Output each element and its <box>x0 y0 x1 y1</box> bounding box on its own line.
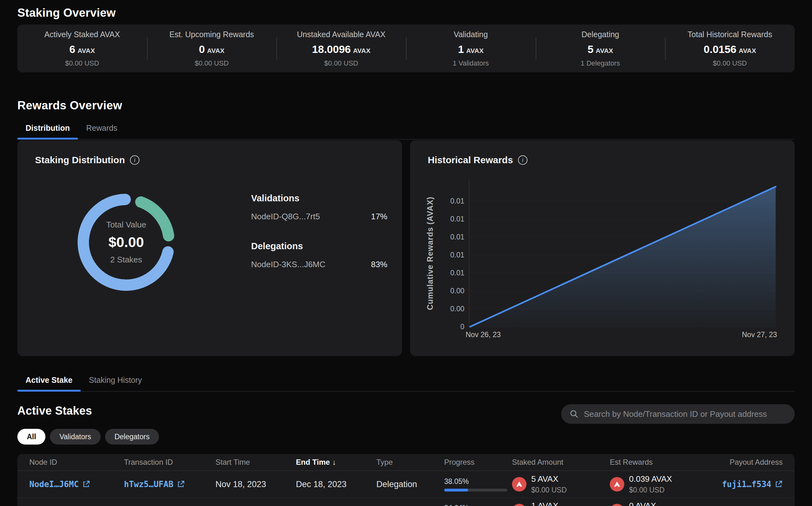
page-title-staking-overview: Staking Overview <box>17 6 795 19</box>
transaction-id-link[interactable]: hTwz5…UFAB <box>124 480 185 489</box>
y-tick: 0 <box>460 323 464 331</box>
tab-distribution[interactable]: Distribution <box>17 118 78 139</box>
stat-label: Total Historical Rewards <box>668 30 792 39</box>
tab-rewards[interactable]: Rewards <box>78 118 126 139</box>
filter-all[interactable]: All <box>17 429 46 444</box>
progress-percent: 38.05% <box>444 477 512 486</box>
active-stakes-title: Active Stakes <box>17 404 92 417</box>
rewards-overview-tabs: Distribution Rewards <box>17 118 795 140</box>
stat-value: 18.0096 <box>312 43 351 55</box>
table-header-row: Node ID Transaction ID Start Time End Ti… <box>17 454 795 471</box>
legend-group-delegations: Delegations NodeID-3KS...J6MC 83% <box>251 241 387 269</box>
y-axis-ticks: 0.01 0.01 0.01 0.01 0.01 0.00 0.00 0 <box>437 179 469 327</box>
staked-value: 5 AVAX <box>531 474 567 484</box>
stat-sub: 1 Delegators <box>538 59 663 67</box>
legend-node-pct: 83% <box>371 260 387 269</box>
donut-center-sub: 2 Stakes <box>110 255 142 265</box>
legend-node-name: NodeID-3KS...J6MC <box>251 260 326 269</box>
avax-logo-icon <box>512 477 527 492</box>
col-staked-amount: Staked Amount <box>512 458 610 467</box>
est-usd: $0.00 USD <box>629 486 672 494</box>
col-payout-address: Payout Address <box>730 458 783 467</box>
stat-value: 6 <box>69 43 75 55</box>
stat-label: Delegating <box>538 30 663 39</box>
node-id-link[interactable]: NodeI…J6MC <box>29 480 90 489</box>
x-axis-labels: Nov 26, 23 Nov 27, 23 <box>466 331 777 339</box>
stat-delegating: Delegating 5AVAX 1 Delegators <box>536 30 665 67</box>
staked-value: 1 AVAX <box>531 501 567 506</box>
stakes-search[interactable] <box>561 404 795 424</box>
staking-distribution-panel: Staking Distribution i Total Value $0.00… <box>17 140 402 356</box>
avax-logo-icon <box>610 477 624 492</box>
col-progress: Progress <box>444 458 512 467</box>
legend-node-name: NodeID-Q8G...7rt5 <box>251 212 320 222</box>
col-end-time-sort[interactable]: End Time↓ <box>296 458 376 467</box>
info-icon[interactable]: i <box>130 155 139 165</box>
search-input[interactable] <box>584 409 787 419</box>
type-cell: Delegation <box>376 480 444 489</box>
stat-unstaked-available: Unstaked Available AVAX 18.0096AVAX $0.0… <box>276 30 406 67</box>
table-row: NodeI…J6MC hTwz5…UFAB Nov 18, 2023 Dec 1… <box>17 471 795 498</box>
col-start-time: Start Time <box>215 458 296 467</box>
end-time-cell: Dec 18, 2023 <box>296 480 376 489</box>
stat-label: Est. Upcoming Rewards <box>149 30 274 39</box>
col-est-rewards: Est Rewards <box>610 458 714 467</box>
staked-usd: $0.00 USD <box>531 486 567 494</box>
historical-rewards-chart: Cumulative Rewards (AVAX) 0.01 0.01 0.01… <box>410 179 795 327</box>
y-tick: 0.01 <box>450 233 464 241</box>
est-rewards-cell: 0.039 AVAX$0.00 USD <box>610 474 714 494</box>
active-stakes-table: Node ID Transaction ID Start Time End Ti… <box>17 454 795 506</box>
info-icon[interactable]: i <box>518 155 528 165</box>
filter-validators[interactable]: Validators <box>50 429 100 444</box>
y-tick: 0.01 <box>450 197 464 205</box>
stat-label: Unstaked Available AVAX <box>279 30 403 39</box>
staking-overview-stats: Actively Staked AVAX 6AVAX $0.00 USD Est… <box>17 24 795 73</box>
y-tick: 0.01 <box>450 215 464 224</box>
external-link-icon <box>82 480 90 488</box>
staked-amount-cell: 5 AVAX$0.00 USD <box>512 474 610 494</box>
tab-staking-history[interactable]: Staking History <box>81 370 150 391</box>
donut-center-value: $0.00 <box>109 234 144 250</box>
stat-sub: $0.00 USD <box>149 59 274 67</box>
stake-filters: All Validators Delegators <box>17 429 795 444</box>
stat-value: 0 <box>199 43 205 55</box>
rewards-line-plot <box>469 179 777 327</box>
legend-heading: Delegations <box>251 241 387 251</box>
est-value: 0.039 AVAX <box>629 474 672 484</box>
y-tick: 0.01 <box>450 269 464 277</box>
payout-address-link[interactable]: fuji1…f534 <box>722 480 783 489</box>
y-tick: 0.00 <box>450 287 464 295</box>
legend-heading: Validations <box>251 193 387 203</box>
stat-unit: AVAX <box>78 47 95 54</box>
historical-rewards-panel: Historical Rewards i Cumulative Rewards … <box>410 140 795 356</box>
stat-value: 0.0156 <box>704 43 737 55</box>
search-icon <box>569 409 579 419</box>
filter-delegators[interactable]: Delegators <box>105 429 159 444</box>
stat-upcoming-rewards: Est. Upcoming Rewards 0AVAX $0.00 USD <box>147 30 277 67</box>
stat-actively-staked: Actively Staked AVAX 6AVAX $0.00 USD <box>17 30 147 67</box>
x-tick-end: Nov 27, 23 <box>742 331 777 339</box>
progress-percent: 34.64% <box>444 504 512 506</box>
staking-distribution-donut: Total Value $0.00 2 Stakes <box>73 189 180 296</box>
legend-item: NodeID-Q8G...7rt5 17% <box>251 212 387 222</box>
col-node-id: Node ID <box>29 458 124 467</box>
stat-unit: AVAX <box>739 47 756 54</box>
progress-cell: 34.64% <box>444 504 512 506</box>
page-title-rewards-overview: Rewards Overview <box>17 99 795 112</box>
legend-node-pct: 17% <box>371 212 387 222</box>
col-type: Type <box>376 458 444 467</box>
y-axis-label: Cumulative Rewards (AVAX) <box>423 179 437 327</box>
y-tick: 0.01 <box>450 251 464 259</box>
tab-active-stake[interactable]: Active Stake <box>17 370 81 391</box>
staked-amount-cell: 1 AVAX$0.00 USD <box>512 501 610 506</box>
sort-desc-icon: ↓ <box>333 458 336 466</box>
est-rewards-cell: 0 AVAX$0.00 USD <box>610 501 714 506</box>
staking-distribution-title: Staking Distribution <box>35 155 125 165</box>
stat-label: Validating <box>409 30 533 39</box>
x-tick-start: Nov 26, 23 <box>466 331 501 339</box>
stat-value: 5 <box>587 43 593 55</box>
y-tick: 0.00 <box>450 305 464 313</box>
stat-unit: AVAX <box>207 47 224 54</box>
stat-sub: 1 Validators <box>409 59 533 67</box>
stat-unit: AVAX <box>466 47 484 54</box>
